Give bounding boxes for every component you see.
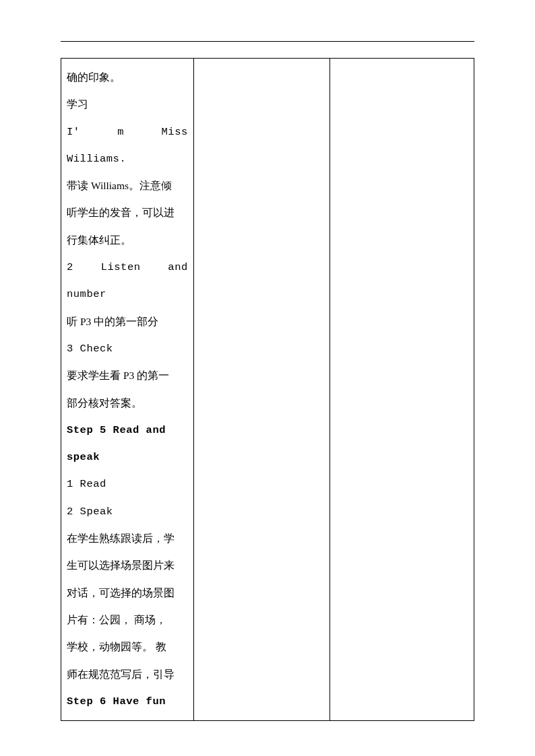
text-line: 学校，动物园等。 教 xyxy=(67,633,188,660)
content-table: 确的印象。学习I' m Miss Williams.带读 Williams。注意… xyxy=(61,58,474,721)
header-rule xyxy=(61,40,474,42)
text-line: 2 Speak xyxy=(67,498,188,525)
text-line: 部分核对答案。 xyxy=(67,390,188,417)
text-line: 要求学生看 P3 的第一 xyxy=(67,362,188,389)
text-line: speak xyxy=(67,444,188,471)
table-row: 确的印象。学习I' m Miss Williams.带读 Williams。注意… xyxy=(61,59,474,721)
text-line: 片有：公园， 商场， xyxy=(67,607,188,633)
text-line: 在学生熟练跟读后，学 xyxy=(67,525,188,552)
cell-3 xyxy=(330,59,474,721)
page: 确的印象。学习I' m Miss Williams.带读 Williams。注意… xyxy=(0,0,535,756)
text-line: Step 6 Have fun xyxy=(67,688,188,715)
cell-2 xyxy=(193,59,329,721)
cell-1: 确的印象。学习I' m Miss Williams.带读 Williams。注意… xyxy=(61,59,194,721)
text-line: 听 P3 中的第一部分 xyxy=(67,308,188,335)
text-line: 2 Listen and number xyxy=(67,254,188,308)
text-line: 3 Check xyxy=(67,335,188,362)
text-line: 师在规范范写后，引导 xyxy=(67,661,188,688)
text-line: I' m Miss Williams. xyxy=(67,118,188,173)
text-line: 带读 Williams。注意倾 xyxy=(67,172,188,199)
text-line: Step 5 Read and xyxy=(67,417,188,444)
text-line: 确的印象。 xyxy=(67,64,188,91)
text-line: 学习 xyxy=(67,91,188,118)
text-line: 对话，可选择的场景图 xyxy=(67,580,188,607)
text-line: 生可以选择场景图片来 xyxy=(67,552,188,579)
text-line: 行集体纠正。 xyxy=(67,227,188,254)
text-line: 1 Read xyxy=(67,471,188,497)
text-line: 听学生的发音，可以进 xyxy=(67,199,188,226)
